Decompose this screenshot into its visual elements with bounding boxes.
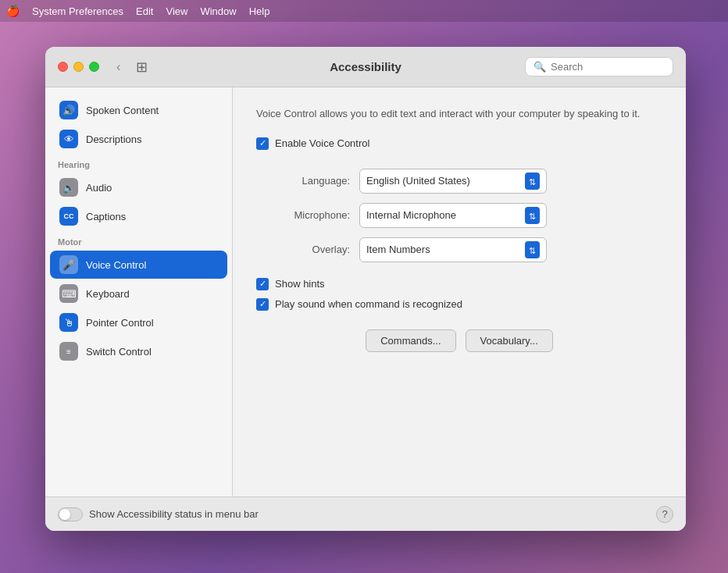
spoken-content-icon: 🔊 — [59, 101, 78, 119]
menu-edit[interactable]: Edit — [136, 5, 153, 17]
accessibility-status-toggle[interactable] — [58, 507, 83, 521]
checkmark-icon: ✓ — [259, 139, 266, 148]
apple-logo[interactable]: 🍎 — [6, 5, 20, 17]
traffic-lights — [58, 62, 99, 72]
enable-row: ✓ Enable Voice Control — [256, 137, 662, 150]
sidebar-item-spoken-content[interactable]: 🔊 Spoken Content — [50, 96, 227, 124]
menu-window[interactable]: Window — [200, 5, 236, 17]
pointer-control-icon: 🖱 — [59, 313, 78, 332]
title-bar: ‹ ⊞ Accessibility 🔍 — [45, 47, 686, 87]
menu-view[interactable]: View — [166, 5, 187, 17]
sidebar-item-switch-control[interactable]: ≡ Switch Control — [50, 337, 227, 365]
overlay-select[interactable]: Item Numbers ⇅ — [359, 237, 547, 262]
sidebar-item-keyboard[interactable]: ⌨ Keyboard — [50, 279, 227, 308]
window-title: Accessibility — [330, 60, 401, 73]
sidebar-item-label: Audio — [86, 182, 112, 194]
language-value: English (United States) — [366, 175, 519, 187]
back-button[interactable]: ‹ — [112, 59, 125, 76]
overlay-row: Overlay: Item Numbers ⇅ — [256, 237, 662, 262]
play-sound-row: ✓ Play sound when command is recognized — [256, 298, 662, 311]
status-bar-label: Show Accessibility status in menu bar — [89, 508, 259, 520]
sidebar-item-label: Descriptions — [86, 133, 142, 145]
enable-label: Enable Voice Control — [275, 137, 369, 149]
descriptions-icon: 👁 — [59, 130, 78, 148]
sidebar-item-label: Spoken Content — [86, 105, 159, 116]
grid-view-button[interactable]: ⊞ — [131, 57, 152, 77]
audio-icon: 🔈 — [59, 178, 78, 197]
checkmark-icon: ✓ — [259, 279, 266, 288]
show-hints-label: Show hints — [275, 278, 325, 290]
content-area: 🔊 Spoken Content 👁 Descriptions Hearing … — [45, 87, 686, 496]
action-buttons: Commands... Vocabulary... — [256, 329, 662, 352]
play-sound-label: Play sound when command is recognized — [275, 298, 462, 310]
show-hints-checkbox[interactable]: ✓ — [256, 278, 269, 290]
motor-section-header: Motor — [45, 231, 232, 250]
sidebar: 🔊 Spoken Content 👁 Descriptions Hearing … — [45, 87, 233, 496]
microphone-value: Internal Microphone — [366, 209, 519, 221]
panel-description: Voice Control allows you to edit text an… — [256, 106, 662, 122]
overlay-arrows-icon: ⇅ — [525, 241, 540, 258]
menu-system-preferences[interactable]: System Preferences — [32, 5, 123, 17]
checkmark-icon: ✓ — [259, 300, 266, 308]
minimize-button[interactable] — [73, 62, 84, 72]
show-hints-row: ✓ Show hints — [256, 278, 662, 290]
toggle-knob — [59, 509, 70, 520]
main-panel: Voice Control allows you to edit text an… — [233, 87, 686, 496]
language-arrows-icon: ⇅ — [525, 173, 540, 190]
voice-control-icon: 🎤 — [59, 255, 78, 274]
sidebar-item-pointer-control[interactable]: 🖱 Pointer Control — [50, 308, 227, 336]
sidebar-item-label: Switch Control — [86, 346, 152, 358]
hearing-section-header: Hearing — [45, 154, 232, 173]
sidebar-item-label: Voice Control — [86, 259, 146, 271]
help-button[interactable]: ? — [656, 506, 673, 523]
language-select[interactable]: English (United States) ⇅ — [359, 169, 547, 194]
sidebar-item-audio[interactable]: 🔈 Audio — [50, 173, 227, 201]
sidebar-item-label: Keyboard — [86, 288, 130, 300]
sidebar-item-label: Pointer Control — [86, 317, 154, 329]
play-sound-checkbox[interactable]: ✓ — [256, 298, 269, 311]
language-label: Language: — [256, 175, 350, 187]
hints-section: ✓ Show hints ✓ Play sound when command i… — [256, 278, 662, 311]
sidebar-item-descriptions[interactable]: 👁 Descriptions — [50, 125, 227, 153]
enable-voice-control-checkbox[interactable]: ✓ — [256, 137, 269, 150]
overlay-label: Overlay: — [256, 244, 350, 255]
vocabulary-button[interactable]: Vocabulary... — [466, 329, 553, 352]
status-bar: Show Accessibility status in menu bar ? — [45, 496, 686, 531]
sidebar-item-label: Captions — [86, 211, 126, 222]
captions-icon: CC — [59, 207, 78, 226]
preferences-window: ‹ ⊞ Accessibility 🔍 🔊 Spoken Content 👁 D… — [45, 47, 686, 531]
search-icon: 🔍 — [534, 61, 546, 73]
search-bar[interactable]: 🔍 — [525, 57, 673, 77]
keyboard-icon: ⌨ — [59, 284, 78, 303]
overlay-value: Item Numbers — [366, 244, 519, 255]
menu-bar: 🍎 System Preferences Edit View Window He… — [0, 0, 728, 22]
nav-buttons: ‹ — [112, 59, 125, 76]
microphone-arrows-icon: ⇅ — [525, 207, 540, 224]
search-input[interactable] — [551, 61, 660, 73]
maximize-button[interactable] — [89, 62, 99, 72]
language-row: Language: English (United States) ⇅ — [256, 169, 662, 194]
microphone-row: Microphone: Internal Microphone ⇅ — [256, 203, 662, 228]
commands-button[interactable]: Commands... — [366, 329, 455, 352]
sidebar-item-captions[interactable]: CC Captions — [50, 202, 227, 230]
sidebar-item-voice-control[interactable]: 🎤 Voice Control — [50, 251, 227, 279]
switch-control-icon: ≡ — [59, 342, 78, 361]
menu-help[interactable]: Help — [249, 5, 270, 17]
microphone-label: Microphone: — [256, 209, 350, 221]
close-button[interactable] — [58, 62, 68, 72]
microphone-select[interactable]: Internal Microphone ⇅ — [359, 203, 547, 228]
